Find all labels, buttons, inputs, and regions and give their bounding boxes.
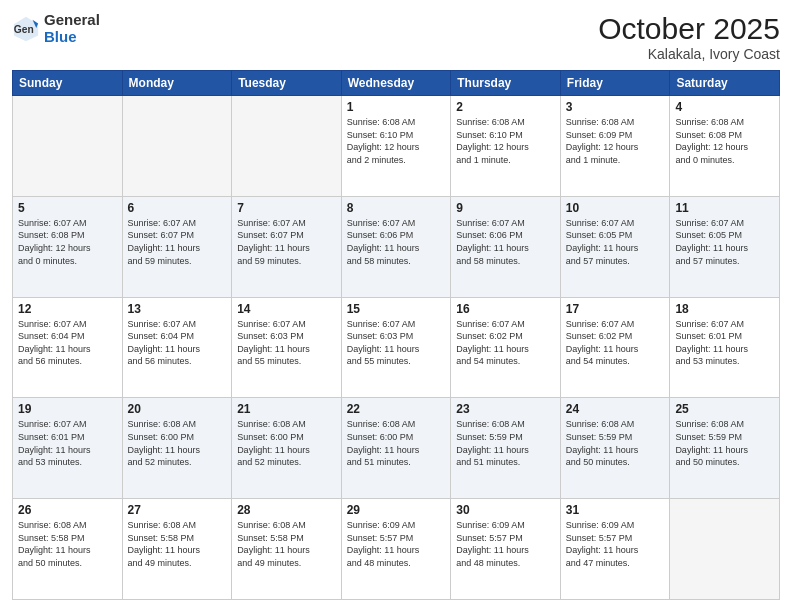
location: Kalakala, Ivory Coast bbox=[598, 46, 780, 62]
weekday-header-tuesday: Tuesday bbox=[232, 71, 342, 96]
day-number: 17 bbox=[566, 302, 665, 316]
calendar-cell: 17Sunrise: 6:07 AM Sunset: 6:02 PM Dayli… bbox=[560, 297, 670, 398]
day-info: Sunrise: 6:08 AM Sunset: 5:58 PM Dayligh… bbox=[128, 519, 227, 569]
day-number: 11 bbox=[675, 201, 774, 215]
day-number: 16 bbox=[456, 302, 555, 316]
day-info: Sunrise: 6:07 AM Sunset: 6:02 PM Dayligh… bbox=[456, 318, 555, 368]
day-number: 31 bbox=[566, 503, 665, 517]
day-info: Sunrise: 6:08 AM Sunset: 6:09 PM Dayligh… bbox=[566, 116, 665, 166]
calendar-week-row: 19Sunrise: 6:07 AM Sunset: 6:01 PM Dayli… bbox=[13, 398, 780, 499]
calendar-week-row: 26Sunrise: 6:08 AM Sunset: 5:58 PM Dayli… bbox=[13, 499, 780, 600]
calendar-cell: 12Sunrise: 6:07 AM Sunset: 6:04 PM Dayli… bbox=[13, 297, 123, 398]
day-info: Sunrise: 6:07 AM Sunset: 6:05 PM Dayligh… bbox=[566, 217, 665, 267]
day-number: 30 bbox=[456, 503, 555, 517]
day-number: 19 bbox=[18, 402, 117, 416]
calendar-cell: 3Sunrise: 6:08 AM Sunset: 6:09 PM Daylig… bbox=[560, 96, 670, 197]
day-number: 28 bbox=[237, 503, 336, 517]
day-number: 13 bbox=[128, 302, 227, 316]
calendar-cell: 22Sunrise: 6:08 AM Sunset: 6:00 PM Dayli… bbox=[341, 398, 451, 499]
logo-general-text: General bbox=[44, 12, 100, 29]
day-info: Sunrise: 6:08 AM Sunset: 6:00 PM Dayligh… bbox=[347, 418, 446, 468]
calendar-cell: 7Sunrise: 6:07 AM Sunset: 6:07 PM Daylig… bbox=[232, 196, 342, 297]
day-info: Sunrise: 6:08 AM Sunset: 6:00 PM Dayligh… bbox=[237, 418, 336, 468]
day-number: 29 bbox=[347, 503, 446, 517]
calendar-cell: 10Sunrise: 6:07 AM Sunset: 6:05 PM Dayli… bbox=[560, 196, 670, 297]
day-number: 20 bbox=[128, 402, 227, 416]
calendar-cell: 2Sunrise: 6:08 AM Sunset: 6:10 PM Daylig… bbox=[451, 96, 561, 197]
calendar-week-row: 1Sunrise: 6:08 AM Sunset: 6:10 PM Daylig… bbox=[13, 96, 780, 197]
day-number: 24 bbox=[566, 402, 665, 416]
day-number: 2 bbox=[456, 100, 555, 114]
header: Gen General Blue October 2025 Kalakala, … bbox=[12, 12, 780, 62]
day-info: Sunrise: 6:08 AM Sunset: 5:58 PM Dayligh… bbox=[237, 519, 336, 569]
day-info: Sunrise: 6:07 AM Sunset: 6:04 PM Dayligh… bbox=[128, 318, 227, 368]
calendar-cell: 15Sunrise: 6:07 AM Sunset: 6:03 PM Dayli… bbox=[341, 297, 451, 398]
calendar-cell: 24Sunrise: 6:08 AM Sunset: 5:59 PM Dayli… bbox=[560, 398, 670, 499]
calendar-cell: 30Sunrise: 6:09 AM Sunset: 5:57 PM Dayli… bbox=[451, 499, 561, 600]
day-info: Sunrise: 6:07 AM Sunset: 6:07 PM Dayligh… bbox=[237, 217, 336, 267]
day-info: Sunrise: 6:07 AM Sunset: 6:02 PM Dayligh… bbox=[566, 318, 665, 368]
calendar-week-row: 12Sunrise: 6:07 AM Sunset: 6:04 PM Dayli… bbox=[13, 297, 780, 398]
day-info: Sunrise: 6:08 AM Sunset: 6:10 PM Dayligh… bbox=[347, 116, 446, 166]
day-number: 18 bbox=[675, 302, 774, 316]
day-number: 7 bbox=[237, 201, 336, 215]
calendar-cell: 5Sunrise: 6:07 AM Sunset: 6:08 PM Daylig… bbox=[13, 196, 123, 297]
weekday-header-friday: Friday bbox=[560, 71, 670, 96]
day-info: Sunrise: 6:09 AM Sunset: 5:57 PM Dayligh… bbox=[566, 519, 665, 569]
logo: Gen General Blue bbox=[12, 12, 100, 45]
calendar-cell: 14Sunrise: 6:07 AM Sunset: 6:03 PM Dayli… bbox=[232, 297, 342, 398]
calendar-cell: 20Sunrise: 6:08 AM Sunset: 6:00 PM Dayli… bbox=[122, 398, 232, 499]
calendar-cell: 1Sunrise: 6:08 AM Sunset: 6:10 PM Daylig… bbox=[341, 96, 451, 197]
day-info: Sunrise: 6:08 AM Sunset: 5:59 PM Dayligh… bbox=[675, 418, 774, 468]
calendar-cell: 31Sunrise: 6:09 AM Sunset: 5:57 PM Dayli… bbox=[560, 499, 670, 600]
day-number: 9 bbox=[456, 201, 555, 215]
day-info: Sunrise: 6:07 AM Sunset: 6:05 PM Dayligh… bbox=[675, 217, 774, 267]
day-info: Sunrise: 6:08 AM Sunset: 5:59 PM Dayligh… bbox=[566, 418, 665, 468]
day-info: Sunrise: 6:08 AM Sunset: 5:59 PM Dayligh… bbox=[456, 418, 555, 468]
day-number: 23 bbox=[456, 402, 555, 416]
day-info: Sunrise: 6:07 AM Sunset: 6:08 PM Dayligh… bbox=[18, 217, 117, 267]
day-number: 14 bbox=[237, 302, 336, 316]
weekday-header-sunday: Sunday bbox=[13, 71, 123, 96]
day-number: 12 bbox=[18, 302, 117, 316]
day-info: Sunrise: 6:07 AM Sunset: 6:04 PM Dayligh… bbox=[18, 318, 117, 368]
calendar-cell: 16Sunrise: 6:07 AM Sunset: 6:02 PM Dayli… bbox=[451, 297, 561, 398]
weekday-header-monday: Monday bbox=[122, 71, 232, 96]
calendar-cell: 29Sunrise: 6:09 AM Sunset: 5:57 PM Dayli… bbox=[341, 499, 451, 600]
calendar-cell bbox=[670, 499, 780, 600]
day-number: 5 bbox=[18, 201, 117, 215]
calendar-cell: 4Sunrise: 6:08 AM Sunset: 6:08 PM Daylig… bbox=[670, 96, 780, 197]
logo-blue-text: Blue bbox=[44, 29, 100, 46]
day-info: Sunrise: 6:08 AM Sunset: 6:08 PM Dayligh… bbox=[675, 116, 774, 166]
month-title: October 2025 bbox=[598, 12, 780, 46]
day-info: Sunrise: 6:07 AM Sunset: 6:06 PM Dayligh… bbox=[347, 217, 446, 267]
weekday-header-saturday: Saturday bbox=[670, 71, 780, 96]
day-info: Sunrise: 6:08 AM Sunset: 6:10 PM Dayligh… bbox=[456, 116, 555, 166]
calendar-cell: 28Sunrise: 6:08 AM Sunset: 5:58 PM Dayli… bbox=[232, 499, 342, 600]
day-info: Sunrise: 6:09 AM Sunset: 5:57 PM Dayligh… bbox=[347, 519, 446, 569]
calendar-cell: 23Sunrise: 6:08 AM Sunset: 5:59 PM Dayli… bbox=[451, 398, 561, 499]
calendar-table: SundayMondayTuesdayWednesdayThursdayFrid… bbox=[12, 70, 780, 600]
logo-text: General Blue bbox=[44, 12, 100, 45]
calendar-cell: 11Sunrise: 6:07 AM Sunset: 6:05 PM Dayli… bbox=[670, 196, 780, 297]
calendar-cell bbox=[13, 96, 123, 197]
day-number: 25 bbox=[675, 402, 774, 416]
day-number: 8 bbox=[347, 201, 446, 215]
calendar-cell bbox=[122, 96, 232, 197]
calendar-cell: 25Sunrise: 6:08 AM Sunset: 5:59 PM Dayli… bbox=[670, 398, 780, 499]
day-info: Sunrise: 6:07 AM Sunset: 6:06 PM Dayligh… bbox=[456, 217, 555, 267]
day-number: 22 bbox=[347, 402, 446, 416]
day-info: Sunrise: 6:08 AM Sunset: 5:58 PM Dayligh… bbox=[18, 519, 117, 569]
calendar-cell: 6Sunrise: 6:07 AM Sunset: 6:07 PM Daylig… bbox=[122, 196, 232, 297]
day-info: Sunrise: 6:09 AM Sunset: 5:57 PM Dayligh… bbox=[456, 519, 555, 569]
calendar-cell: 21Sunrise: 6:08 AM Sunset: 6:00 PM Dayli… bbox=[232, 398, 342, 499]
calendar-cell: 27Sunrise: 6:08 AM Sunset: 5:58 PM Dayli… bbox=[122, 499, 232, 600]
page: Gen General Blue October 2025 Kalakala, … bbox=[0, 0, 792, 612]
calendar-cell: 26Sunrise: 6:08 AM Sunset: 5:58 PM Dayli… bbox=[13, 499, 123, 600]
day-info: Sunrise: 6:07 AM Sunset: 6:03 PM Dayligh… bbox=[237, 318, 336, 368]
calendar-header-row: SundayMondayTuesdayWednesdayThursdayFrid… bbox=[13, 71, 780, 96]
calendar-cell: 19Sunrise: 6:07 AM Sunset: 6:01 PM Dayli… bbox=[13, 398, 123, 499]
calendar-week-row: 5Sunrise: 6:07 AM Sunset: 6:08 PM Daylig… bbox=[13, 196, 780, 297]
svg-text:Gen: Gen bbox=[14, 23, 34, 34]
day-number: 15 bbox=[347, 302, 446, 316]
